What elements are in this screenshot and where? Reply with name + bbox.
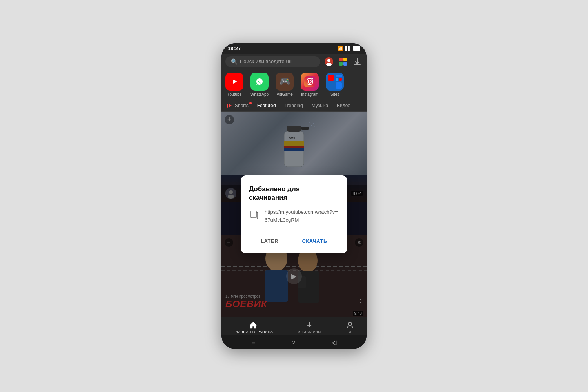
download-button[interactable]: СКАЧАТЬ bbox=[296, 235, 333, 247]
sites-label: Sites bbox=[330, 92, 339, 97]
phone-screen: 18:27 📶 ▌▌ 47 🔍 Поиск или введите url bbox=[221, 43, 367, 349]
app-icon-vidgame[interactable]: 🎮 VidGame bbox=[276, 73, 294, 97]
search-input-area[interactable]: 🔍 Поиск или введите url bbox=[225, 56, 320, 67]
download-dialog: Добавлено для скачивания https://m.youtu… bbox=[241, 175, 347, 253]
app-icon-instagram[interactable]: Instagram bbox=[301, 73, 319, 97]
tab-featured[interactable]: Featured bbox=[256, 100, 278, 111]
profile-icon bbox=[346, 321, 354, 329]
app-icon-grid: Youtube WhatsApp 🎮 VidGame bbox=[221, 69, 367, 100]
battery-indicator: 47 bbox=[353, 46, 360, 51]
music-tab-label: Музыка bbox=[312, 103, 328, 108]
app-icon-whatsapp[interactable]: WhatsApp bbox=[250, 73, 269, 97]
nav-files-label: МОИ ФАЙЛЫ bbox=[298, 330, 321, 334]
sites-icon bbox=[326, 73, 344, 91]
status-time: 18:27 bbox=[228, 46, 241, 51]
svg-point-14 bbox=[312, 78, 313, 79]
tab-trending[interactable]: Trending bbox=[283, 100, 305, 111]
svg-rect-17 bbox=[336, 75, 342, 77]
svg-point-2 bbox=[326, 63, 332, 66]
instagram-icon bbox=[301, 73, 319, 91]
svg-rect-23 bbox=[227, 104, 228, 108]
avatar-icon[interactable] bbox=[323, 56, 334, 67]
tab-shorts[interactable]: Shorts bbox=[225, 100, 250, 111]
download-toolbar-icon[interactable] bbox=[352, 56, 363, 67]
copy-icon bbox=[249, 208, 261, 222]
status-bar: 18:27 📶 ▌▌ 47 bbox=[221, 43, 367, 54]
system-nav: ≡ ○ ◁ bbox=[221, 335, 367, 349]
home-icon bbox=[249, 321, 258, 329]
home-nav-icon[interactable]: ○ bbox=[292, 339, 296, 346]
svg-rect-11 bbox=[304, 76, 315, 87]
nav-profile-label: Я bbox=[348, 330, 351, 334]
app-icon-youtube[interactable]: Youtube bbox=[225, 73, 243, 97]
download-icon bbox=[305, 321, 314, 329]
dialog-actions: LATER СКАЧАТЬ bbox=[249, 232, 339, 247]
whatsapp-icon bbox=[250, 73, 269, 91]
bottom-nav: ГЛАВНАЯ СТРАНИЦА МОИ ФАЙЛЫ Я bbox=[221, 317, 367, 335]
nav-home-label: ГЛАВНАЯ СТРАНИЦА bbox=[234, 330, 273, 334]
status-icons: 📶 ▌▌ 47 bbox=[338, 46, 360, 51]
youtube-icon bbox=[225, 73, 243, 91]
svg-rect-19 bbox=[339, 78, 342, 81]
vidgame-icon: 🎮 bbox=[276, 73, 294, 91]
tab-music[interactable]: Музыка bbox=[310, 100, 330, 111]
featured-tab-label: Featured bbox=[257, 103, 276, 108]
content-area: 2021 + 843 НЕ 8:02 bbox=[221, 112, 367, 317]
svg-rect-6 bbox=[343, 62, 347, 66]
nav-profile[interactable]: Я bbox=[346, 321, 354, 334]
svg-rect-4 bbox=[343, 58, 347, 61]
nav-home[interactable]: ГЛАВНАЯ СТРАНИЦА bbox=[234, 321, 273, 334]
back-nav-icon[interactable]: ◁ bbox=[332, 339, 336, 346]
menu-nav-icon[interactable]: ≡ bbox=[251, 339, 255, 346]
dialog-url-row: https://m.youtube.com/watch?v=67uMcL0cgR… bbox=[249, 208, 339, 224]
nav-tabs: Shorts Featured Trending Музыка Видео bbox=[221, 100, 367, 112]
shorts-tab-label: Shorts bbox=[235, 103, 249, 108]
app-icon-sites[interactable]: Sites bbox=[326, 73, 344, 97]
svg-rect-21 bbox=[336, 82, 342, 89]
phone-frame: 18:27 📶 ▌▌ 47 🔍 Поиск или введите url bbox=[221, 43, 367, 349]
search-icon: 🔍 bbox=[231, 58, 238, 65]
svg-marker-22 bbox=[229, 104, 232, 108]
search-placeholder: Поиск или введите url bbox=[240, 58, 292, 64]
later-button[interactable]: LATER bbox=[254, 235, 285, 247]
svg-rect-40 bbox=[251, 211, 256, 218]
svg-point-51 bbox=[348, 322, 352, 325]
toolbar-icons bbox=[323, 56, 363, 67]
svg-rect-3 bbox=[339, 58, 343, 61]
trending-tab-label: Trending bbox=[285, 103, 303, 108]
shorts-notification-dot bbox=[249, 102, 252, 104]
video-tab-label: Видео bbox=[337, 103, 350, 108]
svg-marker-49 bbox=[250, 322, 257, 328]
dialog-overlay: Добавлено для скачивания https://m.youtu… bbox=[221, 112, 367, 317]
apps-icon[interactable] bbox=[338, 56, 348, 67]
vidgame-label: VidGame bbox=[276, 92, 293, 97]
svg-point-1 bbox=[327, 59, 330, 62]
whatsapp-label: WhatsApp bbox=[250, 92, 269, 97]
youtube-label: Youtube bbox=[227, 92, 241, 97]
dialog-title: Добавлено для скачивания bbox=[249, 185, 339, 202]
search-bar: 🔍 Поиск или введите url bbox=[221, 54, 367, 69]
dialog-url: https://m.youtube.com/watch?v=67uMcL0cgR… bbox=[265, 208, 339, 224]
svg-rect-16 bbox=[328, 75, 334, 81]
svg-rect-18 bbox=[336, 78, 338, 81]
instagram-label: Instagram bbox=[301, 92, 318, 97]
wifi-icon: 📶 bbox=[338, 46, 343, 51]
nav-files[interactable]: МОИ ФАЙЛЫ bbox=[298, 321, 321, 334]
svg-rect-5 bbox=[339, 62, 343, 66]
signal-icon: ▌▌ bbox=[345, 46, 351, 51]
tab-video[interactable]: Видео bbox=[335, 100, 352, 111]
